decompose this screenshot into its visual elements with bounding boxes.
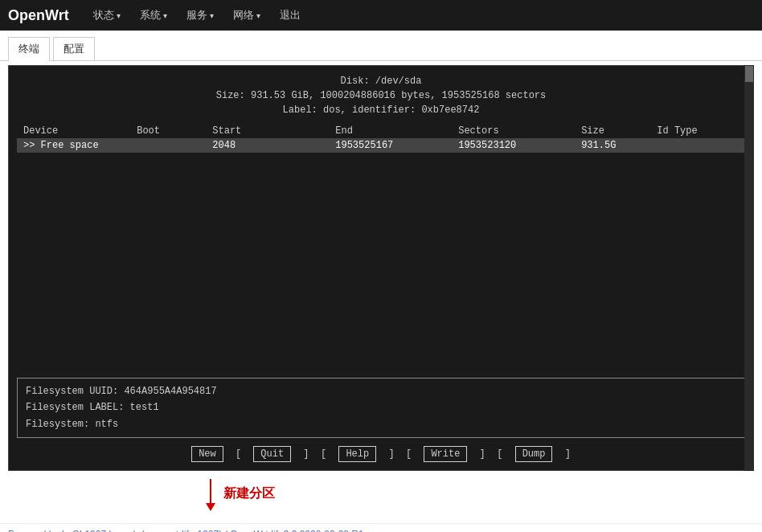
chevron-down-icon: ▾ (117, 11, 121, 20)
top-navigation: OpenWrt 状态 ▾ 系统 ▾ 服务 ▾ 网络 ▾ 退出 (0, 0, 762, 31)
disk-header-line1: Disk: /dev/sda (17, 74, 745, 88)
nav-item-logout[interactable]: 退出 (272, 2, 309, 29)
col-header-device: Device (17, 124, 130, 138)
btn-write[interactable]: Write (424, 446, 467, 462)
btn-separator-5: ] (559, 448, 570, 460)
row-size: 931.5G (575, 138, 650, 153)
col-header-size: Size (575, 124, 650, 138)
disk-header-line3: Label: dos, identifier: 0xb7ee8742 (17, 103, 745, 117)
row-sectors: 1953523120 (452, 138, 575, 153)
disk-header-line2: Size: 931.53 GiB, 1000204886016 bytes, 1… (17, 88, 745, 103)
tab-bar: 终端 配置 (0, 31, 762, 61)
filesystem-info-box: Filesystem UUID: 464A955A4A954817 Filesy… (17, 378, 745, 438)
btn-separator-1: [ (230, 448, 248, 460)
nav-item-status[interactable]: 状态 ▾ (85, 2, 129, 29)
row-start: 2048 (206, 138, 329, 153)
nav-item-network[interactable]: 网络 ▾ (225, 2, 268, 29)
annotation-area: 新建分区 (0, 475, 762, 523)
nav-item-system[interactable]: 系统 ▾ (132, 2, 175, 29)
terminal-button-row: New [ Quit ] [ Help ] [ Write ] [ Dump ] (17, 446, 745, 462)
disk-header: Disk: /dev/sda Size: 931.53 GiB, 1000204… (17, 74, 745, 117)
annotation-label: 新建分区 (223, 485, 275, 502)
partition-table: Device Boot Start End Sectors Size Id Ty… (17, 124, 745, 153)
row-indicator: >> (23, 140, 35, 151)
annotation-arrow-line (210, 479, 211, 503)
footer: Powered by LuCI 1907 branch (openwrt-lif… (0, 523, 762, 532)
nav-menu: 状态 ▾ 系统 ▾ 服务 ▾ 网络 ▾ 退出 (85, 2, 309, 29)
col-header-boot: Boot (130, 124, 206, 138)
btn-new[interactable]: New (191, 446, 223, 462)
scrollbar-thumb[interactable] (745, 66, 753, 82)
tab-config[interactable]: 配置 (53, 37, 95, 60)
fs-info-line1: Filesystem UUID: 464A955A4A954817 (26, 383, 736, 399)
row-idtype (650, 138, 745, 153)
brand-logo: OpenWrt (8, 7, 69, 24)
annotation-group (206, 479, 215, 511)
btn-help[interactable]: Help (338, 446, 376, 462)
nav-item-services[interactable]: 服务 ▾ (178, 2, 222, 29)
tab-terminal[interactable]: 终端 (8, 37, 50, 61)
terminal-display: Disk: /dev/sda Size: 931.53 GiB, 1000204… (8, 65, 754, 471)
main-content: 终端 配置 Disk: /dev/sda Size: 931.53 GiB, 1… (0, 31, 762, 532)
fs-info-line3: Filesystem: ntfs (26, 416, 736, 432)
annotation-arrow-head (206, 503, 215, 511)
btn-separator-2: ] [ (297, 448, 332, 460)
chevron-down-icon: ▾ (210, 11, 214, 20)
col-header-end: End (329, 124, 452, 138)
fs-info-line2: Filesystem LABEL: test1 (26, 399, 736, 415)
footer-text: Powered by LuCI 1907 branch (openwrt-lif… (8, 529, 364, 532)
row-device: >> Free space (17, 138, 130, 153)
chevron-down-icon: ▾ (256, 11, 260, 20)
terminal-section: Disk: /dev/sda Size: 931.53 GiB, 1000204… (0, 61, 762, 475)
col-header-sectors: Sectors (452, 124, 575, 138)
scrollbar-track[interactable] (744, 65, 754, 471)
table-row[interactable]: >> Free space 2048 1953525167 1953523120… (17, 138, 745, 153)
col-header-start: Start (206, 124, 329, 138)
btn-dump[interactable]: Dump (515, 446, 553, 462)
btn-separator-4: ] [ (473, 448, 508, 460)
row-end: 1953525167 (329, 138, 452, 153)
btn-quit[interactable]: Quit (253, 446, 291, 462)
chevron-down-icon: ▾ (163, 11, 167, 20)
btn-separator-3: ] [ (383, 448, 417, 460)
col-header-idtype: Id Type (650, 124, 745, 138)
row-boot (130, 138, 206, 153)
